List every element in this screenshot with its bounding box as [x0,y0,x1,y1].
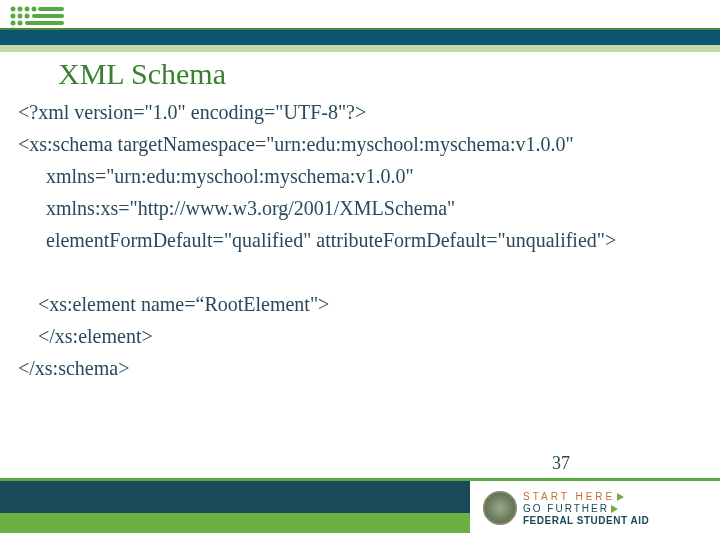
code-line: xmlns="urn:edu:myschool:myschema:v1.0.0" [18,162,702,190]
footer-green-band [0,513,470,533]
svg-rect-11 [32,14,64,18]
logo-text-2: GO FURTHER [523,503,609,514]
code-line: elementFormDefault="qualified" attribute… [18,226,702,254]
code-line: </xs:element> [18,322,702,350]
arrow-icon [617,493,624,501]
logo-text-1: START HERE [523,491,615,502]
svg-point-0 [11,7,16,12]
footer-logo-line3: FEDERAL STUDENT AID [523,515,649,526]
svg-point-8 [18,21,23,26]
svg-point-3 [32,7,37,12]
svg-rect-10 [38,7,64,11]
header-band [0,0,720,54]
code-line: xmlns:xs="http://www.w3.org/2001/XMLSche… [18,194,702,222]
slide-title: XML Schema [58,57,226,91]
code-block: <?xml version="1.0" encoding="UTF-8"?> <… [18,98,702,386]
code-line: <?xml version="1.0" encoding="UTF-8"?> [18,98,702,126]
footer-logo-text: START HERE GO FURTHER FEDERAL STUDENT AI… [523,491,649,526]
page-number: 37 [552,453,570,474]
svg-rect-12 [25,21,64,25]
code-line: </xs:schema> [18,354,702,382]
seal-icon [483,491,517,525]
footer: 37 START HERE GO FURTHER FEDERAL STUDENT… [0,478,720,540]
svg-point-1 [18,7,23,12]
footer-dark-band [0,481,470,513]
svg-point-2 [25,7,30,12]
svg-point-4 [11,14,16,19]
svg-point-5 [18,14,23,19]
arrow-icon [611,505,618,513]
svg-point-7 [11,21,16,26]
code-line [18,258,702,286]
footer-logo: START HERE GO FURTHER FEDERAL STUDENT AI… [483,483,708,533]
footer-body: 37 START HERE GO FURTHER FEDERAL STUDENT… [0,481,720,540]
code-line: <xs:schema targetNamespace="urn:edu:mysc… [18,130,702,158]
code-line: <xs:element name=“RootElement"> [18,290,702,318]
header-teal-band [0,30,720,52]
footer-logo-line1: START HERE [523,491,649,502]
svg-point-6 [25,14,30,19]
footer-logo-line2: GO FURTHER [523,503,649,514]
